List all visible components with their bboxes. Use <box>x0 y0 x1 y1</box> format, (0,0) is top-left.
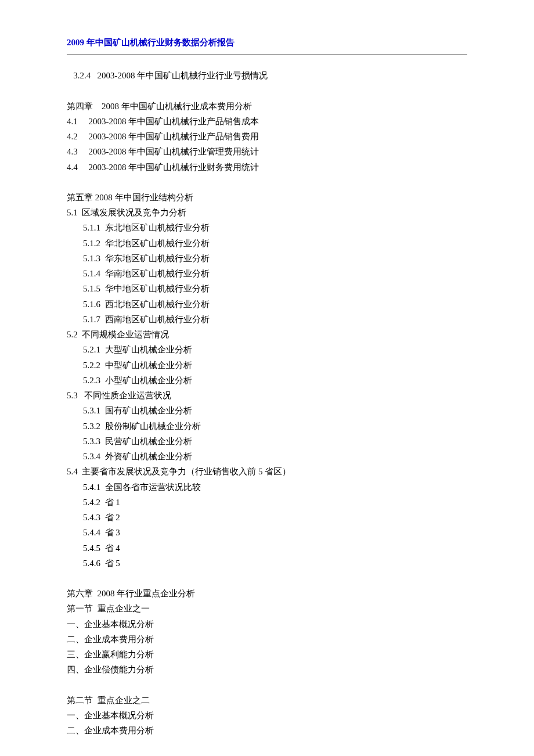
toc-line: 5.4.6 省 5 <box>67 556 467 571</box>
toc-line: 第五章 2008 年中国行业结构分析 <box>67 190 467 205</box>
toc-line: 5.1 区域发展状况及竞争力分析 <box>67 205 467 220</box>
document-body: 3.2.4 2003-2008 年中国矿山机械行业行业亏损情况第四章 2008 … <box>67 68 467 738</box>
toc-line: 三、企业赢利能力分析 <box>67 647 467 662</box>
toc-line: 5.4.2 省 1 <box>67 495 467 510</box>
toc-line: 5.1.5 华中地区矿山机械行业分析 <box>67 281 467 296</box>
blank-line <box>67 678 467 693</box>
toc-line: 5.3 不同性质企业运营状况 <box>67 388 467 403</box>
toc-line: 4.4 2003-2008 年中国矿山机械行业财务费用统计 <box>67 160 467 175</box>
toc-line: 4.2 2003-2008 年中国矿山机械行业产品销售费用 <box>67 129 467 144</box>
toc-line: 四、企业偿债能力分析 <box>67 662 467 677</box>
toc-line: 5.4.1 全国各省市运营状况比较 <box>67 480 467 495</box>
toc-line: 一、企业基本概况分析 <box>67 708 467 723</box>
toc-line: 5.4.4 省 3 <box>67 525 467 540</box>
toc-line: 4.3 2003-2008 年中国矿山机械行业管理费用统计 <box>67 144 467 159</box>
toc-line: 5.1.6 西北地区矿山机械行业分析 <box>67 297 467 312</box>
toc-line: 第六章 2008 年行业重点企业分析 <box>67 586 467 601</box>
toc-line: 二、企业成本费用分析 <box>67 632 467 647</box>
toc-line: 5.2.2 中型矿山机械企业分析 <box>67 358 467 373</box>
toc-line: 5.3.4 外资矿山机械企业分析 <box>67 449 467 464</box>
toc-line: 5.2.3 小型矿山机械企业分析 <box>67 373 467 388</box>
toc-line: 5.4.5 省 4 <box>67 541 467 556</box>
toc-line: 一、企业基本概况分析 <box>67 617 467 632</box>
toc-line: 4.1 2003-2008 年中国矿山机械行业产品销售成本 <box>67 114 467 129</box>
toc-line: 5.4.3 省 2 <box>67 510 467 525</box>
toc-line: 5.3.1 国有矿山机械企业分析 <box>67 403 467 418</box>
toc-line: 5.4 主要省市发展状况及竞争力（行业销售收入前 5 省区） <box>67 464 467 479</box>
toc-line: 5.2.1 大型矿山机械企业分析 <box>67 342 467 357</box>
toc-line: 第四章 2008 年中国矿山机械行业成本费用分析 <box>67 99 467 114</box>
toc-line: 5.3.3 民营矿山机械企业分析 <box>67 434 467 449</box>
document-header: 2009 年中国矿山机械行业财务数据分析报告 <box>67 35 467 55</box>
toc-line: 5.1.2 华北地区矿山机械行业分析 <box>67 236 467 251</box>
toc-line: 5.1.7 西南地区矿山机械行业分析 <box>67 312 467 327</box>
toc-line: 5.1.4 华南地区矿山机械行业分析 <box>67 266 467 281</box>
toc-line: 第一节 重点企业之一 <box>67 601 467 616</box>
toc-line: 3.2.4 2003-2008 年中国矿山机械行业行业亏损情况 <box>67 68 467 83</box>
toc-line: 5.1.3 华东地区矿山机械行业分析 <box>67 251 467 266</box>
blank-line <box>67 571 467 586</box>
toc-line: 第二节 重点企业之二 <box>67 693 467 708</box>
toc-line: 5.2 不同规模企业运营情况 <box>67 327 467 342</box>
toc-line: 二、企业成本费用分析 <box>67 723 467 738</box>
toc-line: 5.3.2 股份制矿山机械企业分析 <box>67 419 467 434</box>
blank-line <box>67 175 467 190</box>
blank-line <box>67 84 467 99</box>
toc-line: 5.1.1 东北地区矿山机械行业分析 <box>67 220 467 235</box>
